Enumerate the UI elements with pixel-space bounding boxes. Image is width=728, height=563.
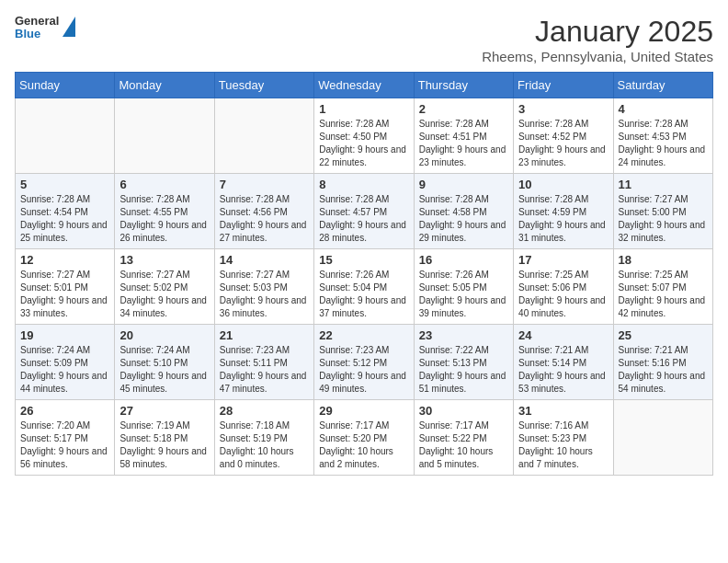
- day-number: 26: [20, 404, 109, 418]
- day-number: 23: [419, 328, 508, 342]
- day-info: Sunrise: 7:28 AM Sunset: 4:51 PM Dayligh…: [419, 118, 508, 169]
- header-tuesday: Tuesday: [214, 73, 313, 98]
- table-row: 13Sunrise: 7:27 AM Sunset: 5:02 PM Dayli…: [115, 249, 214, 325]
- table-row: 6Sunrise: 7:28 AM Sunset: 4:55 PM Daylig…: [115, 174, 214, 249]
- calendar-table: Sunday Monday Tuesday Wednesday Thursday…: [15, 72, 713, 476]
- table-row: 1Sunrise: 7:28 AM Sunset: 4:50 PM Daylig…: [314, 98, 414, 174]
- day-info: Sunrise: 7:28 AM Sunset: 4:57 PM Dayligh…: [319, 193, 408, 245]
- day-info: Sunrise: 7:28 AM Sunset: 4:54 PM Dayligh…: [20, 193, 109, 245]
- table-row: [115, 98, 214, 174]
- table-row: 19Sunrise: 7:24 AM Sunset: 5:09 PM Dayli…: [16, 325, 115, 400]
- day-info: Sunrise: 7:17 AM Sunset: 5:20 PM Dayligh…: [319, 419, 408, 471]
- day-info: Sunrise: 7:28 AM Sunset: 4:56 PM Dayligh…: [220, 193, 309, 245]
- logo-blue: Blue: [15, 28, 59, 40]
- week-row-3: 12Sunrise: 7:27 AM Sunset: 5:01 PM Dayli…: [16, 249, 713, 325]
- table-row: 26Sunrise: 7:20 AM Sunset: 5:17 PM Dayli…: [16, 400, 115, 476]
- day-info: Sunrise: 7:21 AM Sunset: 5:16 PM Dayligh…: [619, 344, 708, 396]
- header-monday: Monday: [115, 73, 214, 98]
- day-info: Sunrise: 7:28 AM Sunset: 4:52 PM Dayligh…: [518, 118, 608, 169]
- day-number: 29: [319, 404, 408, 418]
- table-row: 28Sunrise: 7:18 AM Sunset: 5:19 PM Dayli…: [214, 400, 313, 476]
- table-row: 10Sunrise: 7:28 AM Sunset: 4:59 PM Dayli…: [514, 174, 613, 249]
- day-number: 2: [419, 102, 508, 116]
- day-info: Sunrise: 7:28 AM Sunset: 4:58 PM Dayligh…: [419, 193, 508, 245]
- table-row: 11Sunrise: 7:27 AM Sunset: 5:00 PM Dayli…: [613, 174, 712, 249]
- day-number: 24: [518, 328, 608, 342]
- day-number: 1: [319, 102, 408, 116]
- day-number: 16: [419, 253, 508, 267]
- table-row: 14Sunrise: 7:27 AM Sunset: 5:03 PM Dayli…: [214, 249, 313, 325]
- week-row-1: 1Sunrise: 7:28 AM Sunset: 4:50 PM Daylig…: [16, 98, 713, 174]
- weekday-header-row: Sunday Monday Tuesday Wednesday Thursday…: [16, 73, 713, 98]
- day-info: Sunrise: 7:16 AM Sunset: 5:23 PM Dayligh…: [518, 419, 608, 471]
- day-info: Sunrise: 7:24 AM Sunset: 5:09 PM Dayligh…: [20, 344, 109, 396]
- day-info: Sunrise: 7:26 AM Sunset: 5:04 PM Dayligh…: [319, 269, 408, 320]
- day-number: 25: [619, 328, 708, 342]
- day-number: 28: [220, 404, 309, 418]
- day-info: Sunrise: 7:25 AM Sunset: 5:06 PM Dayligh…: [518, 269, 608, 320]
- day-info: Sunrise: 7:23 AM Sunset: 5:11 PM Dayligh…: [220, 344, 309, 396]
- day-number: 12: [20, 253, 109, 267]
- day-info: Sunrise: 7:27 AM Sunset: 5:02 PM Dayligh…: [119, 269, 209, 320]
- table-row: 25Sunrise: 7:21 AM Sunset: 5:16 PM Dayli…: [613, 325, 712, 400]
- table-row: 17Sunrise: 7:25 AM Sunset: 5:06 PM Dayli…: [514, 249, 613, 325]
- day-number: 14: [220, 253, 309, 267]
- day-info: Sunrise: 7:19 AM Sunset: 5:18 PM Dayligh…: [119, 419, 209, 471]
- day-number: 7: [220, 178, 309, 191]
- day-info: Sunrise: 7:22 AM Sunset: 5:13 PM Dayligh…: [419, 344, 508, 396]
- day-number: 19: [20, 328, 109, 342]
- day-info: Sunrise: 7:28 AM Sunset: 4:59 PM Dayligh…: [518, 193, 608, 245]
- table-row: 31Sunrise: 7:16 AM Sunset: 5:23 PM Dayli…: [514, 400, 613, 476]
- logo: General Blue: [15, 15, 75, 41]
- day-info: Sunrise: 7:27 AM Sunset: 5:03 PM Dayligh…: [220, 269, 309, 320]
- table-row: 4Sunrise: 7:28 AM Sunset: 4:53 PM Daylig…: [613, 98, 712, 174]
- day-number: 11: [619, 178, 708, 191]
- calendar-subtitle: Rheems, Pennsylvania, United States: [482, 49, 713, 64]
- day-number: 30: [419, 404, 508, 418]
- day-number: 10: [518, 178, 608, 191]
- day-info: Sunrise: 7:28 AM Sunset: 4:55 PM Dayligh…: [119, 193, 209, 245]
- table-row: 30Sunrise: 7:17 AM Sunset: 5:22 PM Dayli…: [414, 400, 513, 476]
- day-number: 21: [220, 328, 309, 342]
- day-number: 5: [20, 178, 109, 191]
- title-area: January 2025 Rheems, Pennsylvania, Unite…: [482, 15, 713, 64]
- calendar-title: January 2025: [482, 15, 713, 49]
- day-number: 15: [319, 253, 408, 267]
- day-info: Sunrise: 7:25 AM Sunset: 5:07 PM Dayligh…: [619, 269, 708, 320]
- table-row: 15Sunrise: 7:26 AM Sunset: 5:04 PM Dayli…: [314, 249, 414, 325]
- day-number: 4: [619, 102, 708, 116]
- day-number: 6: [119, 178, 209, 191]
- table-row: [16, 98, 115, 174]
- day-info: Sunrise: 7:23 AM Sunset: 5:12 PM Dayligh…: [319, 344, 408, 396]
- header-wednesday: Wednesday: [314, 73, 414, 98]
- header-thursday: Thursday: [414, 73, 513, 98]
- day-number: 31: [518, 404, 608, 418]
- table-row: 27Sunrise: 7:19 AM Sunset: 5:18 PM Dayli…: [115, 400, 214, 476]
- logo-triangle-icon: [63, 17, 75, 37]
- table-row: 16Sunrise: 7:26 AM Sunset: 5:05 PM Dayli…: [414, 249, 513, 325]
- day-info: Sunrise: 7:21 AM Sunset: 5:14 PM Dayligh…: [518, 344, 608, 396]
- header-sunday: Sunday: [16, 73, 115, 98]
- day-info: Sunrise: 7:24 AM Sunset: 5:10 PM Dayligh…: [119, 344, 209, 396]
- table-row: 5Sunrise: 7:28 AM Sunset: 4:54 PM Daylig…: [16, 174, 115, 249]
- table-row: 18Sunrise: 7:25 AM Sunset: 5:07 PM Dayli…: [613, 249, 712, 325]
- table-row: 23Sunrise: 7:22 AM Sunset: 5:13 PM Dayli…: [414, 325, 513, 400]
- table-row: 20Sunrise: 7:24 AM Sunset: 5:10 PM Dayli…: [115, 325, 214, 400]
- table-row: 9Sunrise: 7:28 AM Sunset: 4:58 PM Daylig…: [414, 174, 513, 249]
- day-number: 17: [518, 253, 608, 267]
- day-number: 9: [419, 178, 508, 191]
- day-number: 22: [319, 328, 408, 342]
- table-row: 21Sunrise: 7:23 AM Sunset: 5:11 PM Dayli…: [214, 325, 313, 400]
- header-friday: Friday: [514, 73, 613, 98]
- week-row-2: 5Sunrise: 7:28 AM Sunset: 4:54 PM Daylig…: [16, 174, 713, 249]
- day-number: 20: [119, 328, 209, 342]
- day-info: Sunrise: 7:27 AM Sunset: 5:00 PM Dayligh…: [619, 193, 708, 245]
- table-row: [214, 98, 313, 174]
- day-number: 18: [619, 253, 708, 267]
- table-row: 3Sunrise: 7:28 AM Sunset: 4:52 PM Daylig…: [514, 98, 613, 174]
- table-row: 7Sunrise: 7:28 AM Sunset: 4:56 PM Daylig…: [214, 174, 313, 249]
- logo-general: General: [15, 15, 59, 28]
- day-info: Sunrise: 7:28 AM Sunset: 4:53 PM Dayligh…: [619, 118, 708, 169]
- day-info: Sunrise: 7:28 AM Sunset: 4:50 PM Dayligh…: [319, 118, 408, 169]
- day-info: Sunrise: 7:18 AM Sunset: 5:19 PM Dayligh…: [220, 419, 309, 471]
